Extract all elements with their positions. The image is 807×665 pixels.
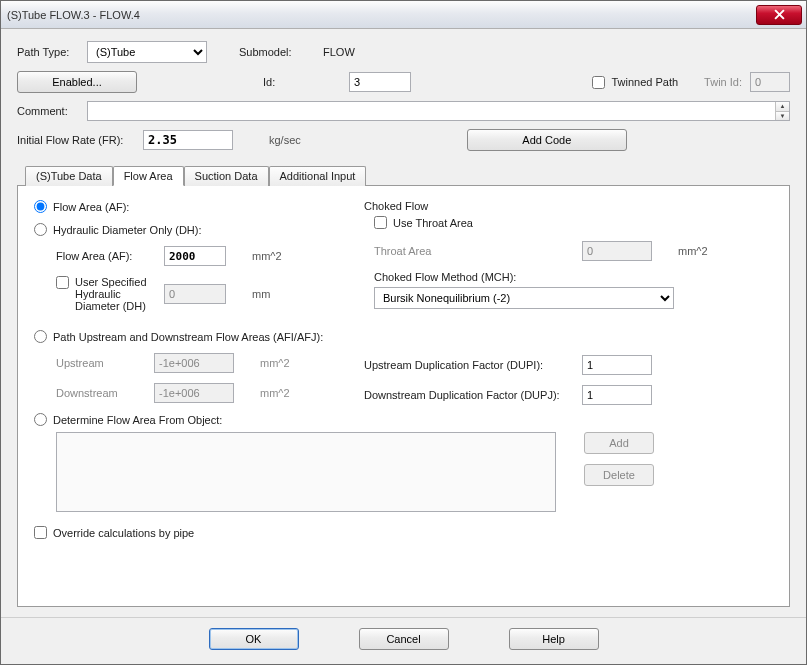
path-type-label: Path Type: xyxy=(17,46,79,58)
dupi-label: Upstream Duplication Factor (DUPI): xyxy=(364,359,574,371)
user-dh-field xyxy=(164,284,226,304)
twin-id-label: Twin Id: xyxy=(704,76,742,88)
tab-suction-data[interactable]: Suction Data xyxy=(184,166,269,186)
throat-area-field xyxy=(582,241,652,261)
ifr-field[interactable] xyxy=(143,130,233,150)
tabstrip: (S)Tube Data Flow Area Suction Data Addi… xyxy=(17,165,790,185)
dialog-footer: OK Cancel Help xyxy=(1,617,806,664)
close-icon xyxy=(774,9,785,20)
choked-flow-title: Choked Flow xyxy=(364,200,773,212)
help-button[interactable]: Help xyxy=(509,628,599,650)
flow-area-entry: Flow Area (AF): mm^2 User Specified Hydr… xyxy=(34,246,334,312)
twinned-path-checkbox[interactable]: Twinned Path xyxy=(592,76,678,89)
id-label: Id: xyxy=(263,76,283,88)
upstream-field xyxy=(154,353,234,373)
use-throat-checkbox[interactable]: Use Throat Area xyxy=(364,216,473,229)
user-dh-checkbox[interactable]: User Specified Hydraulic Diameter (DH) xyxy=(56,276,156,312)
twin-id-field xyxy=(750,72,790,92)
downstream-unit: mm^2 xyxy=(260,387,290,399)
mch-label: Choked Flow Method (MCH): xyxy=(374,271,773,283)
flow-area-unit: mm^2 xyxy=(252,250,282,262)
row-path-type: Path Type: (S)Tube Submodel: FLOW xyxy=(17,41,790,63)
path-type-select[interactable]: (S)Tube xyxy=(87,41,207,63)
tabpanel-flow-area: Flow Area (AF): Hydraulic Diameter Only … xyxy=(17,185,790,607)
tab-stube-data[interactable]: (S)Tube Data xyxy=(25,166,113,186)
tabs: (S)Tube Data Flow Area Suction Data Addi… xyxy=(17,165,790,607)
right-column: Choked Flow Use Throat Area Throat Area … xyxy=(364,200,773,426)
close-button[interactable] xyxy=(756,5,802,25)
ifr-unit: kg/sec xyxy=(269,134,301,146)
comment-spin[interactable]: ▲▼ xyxy=(775,102,789,120)
delete-object-button: Delete xyxy=(584,464,654,486)
id-field[interactable] xyxy=(349,72,411,92)
dupi-field[interactable] xyxy=(582,355,652,375)
dupi-row: Upstream Duplication Factor (DUPI): xyxy=(364,355,773,375)
radio-from-object[interactable]: Determine Flow Area From Object: xyxy=(34,413,334,426)
ok-button[interactable]: OK xyxy=(209,628,299,650)
tab-flow-area[interactable]: Flow Area xyxy=(113,166,184,186)
cancel-button[interactable]: Cancel xyxy=(359,628,449,650)
add-object-button: Add xyxy=(584,432,654,454)
row-enabled-id: Enabled... Id: Twinned Path Twin Id: xyxy=(17,71,790,93)
object-list xyxy=(56,432,556,512)
titlebar: (S)Tube FLOW.3 - FLOW.4 xyxy=(1,1,806,29)
submodel-label: Submodel: xyxy=(239,46,295,58)
throat-area-unit: mm^2 xyxy=(678,245,708,257)
submodel-value: FLOW xyxy=(323,46,355,58)
comment-field[interactable]: ▲▼ xyxy=(87,101,790,121)
mch-select[interactable]: Bursik Nonequilibrium (-2) xyxy=(374,287,674,309)
add-code-button[interactable]: Add Code xyxy=(467,129,627,151)
upstream-label: Upstream xyxy=(56,357,146,369)
dupj-label: Downstream Duplication Factor (DUPJ): xyxy=(364,389,574,401)
downstream-label: Downstream xyxy=(56,387,146,399)
user-dh-unit: mm xyxy=(252,288,270,300)
from-object-row: Add Delete xyxy=(34,432,773,512)
downstream-field xyxy=(154,383,234,403)
radio-flow-area[interactable]: Flow Area (AF): xyxy=(34,200,334,213)
dialog-window: (S)Tube FLOW.3 - FLOW.4 Path Type: (S)Tu… xyxy=(0,0,807,665)
flow-area-label: Flow Area (AF): xyxy=(56,250,156,262)
choked-flow-group: Choked Flow Use Throat Area Throat Area … xyxy=(364,200,773,309)
row-comment: Comment: ▲▼ xyxy=(17,101,790,121)
row-ifr: Initial Flow Rate (FR): kg/sec Add Code xyxy=(17,129,790,151)
radio-hydraulic-diameter[interactable]: Hydraulic Diameter Only (DH): xyxy=(34,223,334,236)
dupj-field[interactable] xyxy=(582,385,652,405)
afiafj-entry: Upstream mm^2 Downstream mm^2 xyxy=(34,353,334,403)
upstream-unit: mm^2 xyxy=(260,357,290,369)
enabled-button[interactable]: Enabled... xyxy=(17,71,137,93)
window-title: (S)Tube FLOW.3 - FLOW.4 xyxy=(7,9,756,21)
left-column: Flow Area (AF): Hydraulic Diameter Only … xyxy=(34,200,334,426)
radio-afiafj[interactable]: Path Upstream and Downstream Flow Areas … xyxy=(34,330,334,343)
ifr-label: Initial Flow Rate (FR): xyxy=(17,134,135,146)
override-pipe-checkbox[interactable]: Override calculations by pipe xyxy=(34,526,194,539)
dupj-row: Downstream Duplication Factor (DUPJ): xyxy=(364,385,773,405)
dialog-body: Path Type: (S)Tube Submodel: FLOW Enable… xyxy=(1,29,806,617)
comment-label: Comment: xyxy=(17,105,79,117)
throat-area-label: Throat Area xyxy=(374,245,574,257)
tab-additional-input[interactable]: Additional Input xyxy=(269,166,367,186)
flow-area-field[interactable] xyxy=(164,246,226,266)
